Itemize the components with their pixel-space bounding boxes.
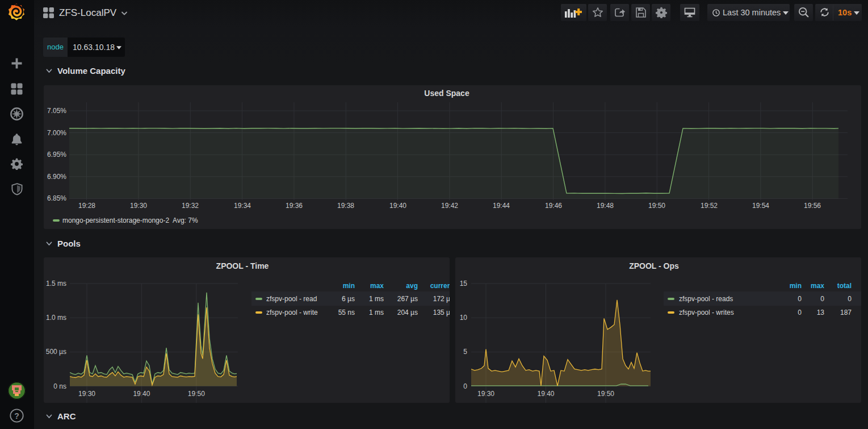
svg-text:?: ?	[14, 411, 19, 420]
